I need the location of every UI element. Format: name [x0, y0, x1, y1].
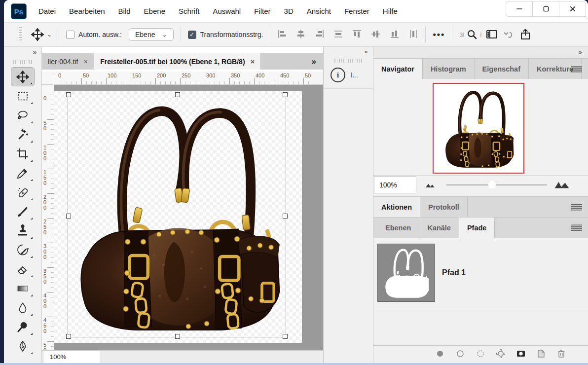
add-mask-icon[interactable] [516, 349, 526, 361]
more-options-icon[interactable]: ••• [433, 30, 445, 40]
align-center-h-icon[interactable] [296, 29, 306, 40]
path-list-item[interactable]: Pfad 1 [373, 238, 588, 302]
zoom-slider-thumb[interactable] [488, 180, 496, 188]
transform-handle[interactable] [175, 334, 180, 339]
transform-handle[interactable] [283, 92, 288, 97]
menu-ebene[interactable]: Ebene [144, 7, 165, 15]
transform-handle[interactable] [175, 92, 180, 97]
zoom-out-icon[interactable] [425, 181, 436, 188]
gradient-tool[interactable] [11, 279, 35, 298]
collapse-panels-icon[interactable]: « [324, 47, 373, 58]
navigator-view-box[interactable] [433, 83, 524, 174]
menu-schrift[interactable]: Schrift [179, 7, 200, 15]
path-from-selection-icon[interactable] [496, 349, 506, 361]
transform-handle[interactable] [66, 214, 71, 219]
transform-handle[interactable] [66, 334, 71, 339]
move-tool[interactable] [11, 67, 35, 86]
auto-select-dropdown[interactable]: Ebene ⌄ [129, 28, 174, 41]
brush-tool[interactable] [11, 202, 35, 221]
clone-stamp-tool[interactable] [11, 221, 35, 240]
blur-tool[interactable] [11, 298, 35, 317]
align-middle-v-icon[interactable] [371, 29, 381, 40]
panel-tab-navigator[interactable]: Navigator [373, 59, 423, 79]
path-thumbnail[interactable] [377, 244, 435, 302]
close-button[interactable] [559, 1, 586, 17]
transform-bounding-box[interactable] [68, 94, 286, 337]
menu-auswahl[interactable]: Auswahl [213, 7, 241, 15]
move-tool-icon[interactable] [31, 28, 44, 41]
crop-tool[interactable] [11, 144, 35, 163]
info-panel-button[interactable]: i I... [324, 64, 373, 89]
align-right-icon[interactable] [315, 29, 325, 40]
transform-handle[interactable] [283, 214, 288, 219]
maximize-button[interactable] [532, 1, 559, 17]
marquee-tool[interactable] [11, 86, 35, 106]
transform-handle[interactable] [66, 92, 71, 97]
panel-tab-kanäle[interactable]: Kanäle [419, 218, 459, 238]
distribute-v-center-icon[interactable] [333, 29, 343, 40]
share-icon[interactable] [519, 28, 532, 41]
canvas[interactable] [54, 91, 302, 343]
document-area: ller-004.tif×Freisteller-005.tif bei 100… [42, 47, 323, 363]
history-brush-tool[interactable] [11, 240, 35, 259]
menu-hilfe[interactable]: Hilfe [383, 7, 398, 15]
panel-menu-icon[interactable] [571, 224, 582, 231]
magic-wand-tool[interactable] [11, 125, 35, 144]
healing-brush-tool[interactable] [11, 182, 35, 202]
minimize-button[interactable] [506, 1, 533, 17]
transform-controls-checkbox[interactable]: ✓ [188, 31, 196, 39]
eyedropper-tool[interactable] [11, 163, 35, 182]
menu-filter[interactable]: Filter [254, 7, 270, 15]
menu-datei[interactable]: Datei [38, 7, 56, 15]
ruler-label: 450 [280, 73, 289, 78]
distribute-h-center-icon[interactable] [408, 29, 418, 40]
document-tab-0[interactable]: ller-004.tif× [42, 53, 94, 70]
load-selection-icon[interactable] [476, 349, 485, 361]
lasso-tool[interactable] [11, 106, 35, 125]
document-tab-1[interactable]: Freisteller-005.tif bei 100% (Ebene 1, R… [94, 53, 261, 70]
transform-handle[interactable] [283, 334, 288, 339]
navigator-zoom-field[interactable]: 100% [374, 176, 416, 193]
zoom-slider-track[interactable] [446, 184, 547, 185]
panel-tab-ebenen[interactable]: Ebenen [377, 218, 419, 238]
align-top-icon[interactable] [352, 29, 362, 40]
panel-tab-histogram[interactable]: Histogram [423, 59, 475, 79]
tab-close-icon[interactable]: × [83, 57, 88, 66]
auto-select-checkbox[interactable] [66, 31, 74, 39]
workspace-panel-icon[interactable] [485, 28, 498, 41]
separator [425, 27, 426, 42]
zoom-in-icon[interactable] [554, 180, 570, 188]
panel-tab-aktionen[interactable]: Aktionen [373, 197, 420, 217]
menu-fenster[interactable]: Fenster [344, 7, 369, 15]
expand-panels-icon[interactable]: » [373, 47, 588, 58]
align-left-icon[interactable] [277, 29, 287, 40]
dodge-tool[interactable] [11, 317, 35, 336]
panel-menu-icon[interactable] [571, 204, 582, 210]
menu-bearbeiten[interactable]: Bearbeiten [69, 7, 105, 15]
eraser-tool[interactable] [11, 259, 35, 279]
align-bottom-icon[interactable] [390, 29, 400, 40]
tab-overflow-icon[interactable]: » [305, 53, 323, 70]
tools-expand-icon[interactable]: » [4, 47, 41, 58]
zoom-level-field[interactable]: 100% [44, 351, 100, 363]
pen-tool[interactable] [11, 336, 35, 356]
ruler-label: 150 [43, 170, 49, 186]
stroke-path-icon[interactable] [455, 349, 465, 361]
panel-menu-icon[interactable] [571, 66, 582, 72]
tab-close-icon[interactable]: × [251, 57, 255, 66]
delete-path-icon[interactable] [556, 349, 566, 361]
panel-tab-eigenschaf[interactable]: Eigenschaf [475, 59, 529, 79]
menu-bild[interactable]: Bild [118, 7, 131, 15]
chevron-down-icon[interactable]: ⌄ [47, 31, 52, 38]
panel-tab-protokoll[interactable]: Protokoll [420, 197, 468, 217]
menu-ansicht[interactable]: Ansicht [307, 7, 331, 15]
fill-path-icon[interactable] [435, 349, 445, 361]
menu-3d[interactable]: 3D [284, 7, 294, 15]
separator [181, 27, 181, 42]
snap-curve-icon[interactable] [502, 28, 515, 41]
panel-tab-pfade[interactable]: Pfade [459, 218, 495, 238]
new-path-icon[interactable] [536, 349, 546, 361]
clipped-text: 3l [459, 31, 464, 38]
navigator-panel-tabs: NavigatorHistogramEigenschafKorrekture [373, 58, 588, 79]
search-icon[interactable] [466, 29, 478, 40]
